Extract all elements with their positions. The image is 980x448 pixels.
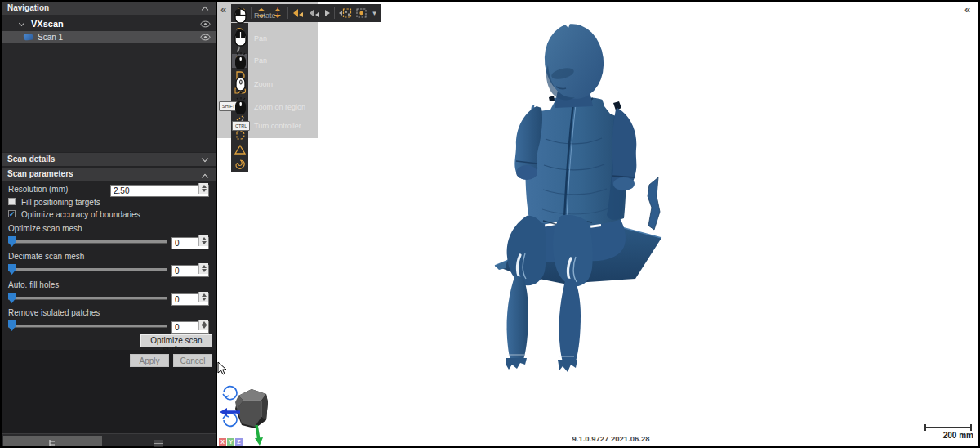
slider-track xyxy=(8,297,167,300)
resolution-label: Resolution (mm) xyxy=(8,185,68,194)
list-view-icon xyxy=(154,440,163,447)
spinner-arrows-icon[interactable] xyxy=(198,235,208,246)
remove-isolated-patches-slider[interactable] xyxy=(8,320,167,330)
axis-z-badge: Z xyxy=(235,438,243,446)
mouse-middle-drag-icon xyxy=(234,52,248,71)
scan-fragment xyxy=(648,177,660,230)
navigation-title: Navigation xyxy=(7,3,49,12)
spinner-arrows-icon[interactable] xyxy=(198,183,208,194)
spinner-arrows-icon[interactable] xyxy=(198,263,208,274)
scan-mesh-icon xyxy=(24,33,34,40)
hint-label: Rotate xyxy=(254,11,276,20)
fill-targets-checkbox[interactable] xyxy=(8,198,16,205)
left-sidebar: Navigation VXscan Scan 1 xyxy=(2,2,216,446)
triangle-select-icon[interactable] xyxy=(232,142,247,156)
hint-label: Zoom xyxy=(254,80,273,88)
optimize-boundaries-label: Optimize accuracy of boundaries xyxy=(21,210,140,219)
scan-parameters-title: Scan parameters xyxy=(7,169,74,178)
remove-isolated-patches-label: Remove isolated patches xyxy=(8,308,100,317)
scan-details-title: Scan details xyxy=(7,155,55,164)
hint-label: Zoom on region xyxy=(254,103,305,111)
optimize-scan-mesh-label: Optimize scan mesh xyxy=(8,224,82,233)
spinner-arrows-icon[interactable] xyxy=(198,320,208,330)
mouse-left-drag-icon xyxy=(234,7,248,25)
ctrl-key-icon: CTRL xyxy=(232,121,250,131)
axis-x-badge: X xyxy=(219,438,226,446)
tree-item-scan1[interactable]: Scan 1 xyxy=(2,31,216,43)
fill-targets-label: Fill positioning targets xyxy=(21,198,100,207)
decimate-scan-mesh-slider[interactable] xyxy=(8,264,167,274)
slider-track xyxy=(8,268,167,271)
mouse-wheel-icon xyxy=(234,74,248,95)
visibility-eye-icon[interactable] xyxy=(200,34,211,41)
collapse-chevron-icon[interactable] xyxy=(203,6,207,11)
sidebar-footer xyxy=(2,433,216,446)
optimize-scan-surface-button[interactable]: Optimize scan surface xyxy=(140,334,212,347)
slider-handle[interactable] xyxy=(8,264,16,275)
navigation-tree: VXscan Scan 1 xyxy=(2,15,216,152)
mouse-both-drag-icon xyxy=(234,29,248,47)
vxelements-window: Navigation VXscan Scan 1 xyxy=(0,0,980,448)
tree-item-label: VXscan xyxy=(31,19,64,29)
step-next-icon[interactable] xyxy=(323,6,332,20)
more-options-caret[interactable]: ▾ xyxy=(370,6,379,20)
hint-label: Pan xyxy=(254,34,267,43)
scan-details-header[interactable]: Scan details xyxy=(2,153,216,166)
lasso-select-icon[interactable] xyxy=(232,157,247,171)
auto-fill-holes-slider[interactable] xyxy=(8,293,167,302)
tree-item-label: Scan 1 xyxy=(38,33,63,42)
scale-bar: 200 mm xyxy=(921,420,975,441)
slider-track xyxy=(8,325,167,328)
spinner-arrows-icon[interactable] xyxy=(198,292,208,302)
visibility-eye-icon[interactable] xyxy=(200,20,211,28)
navigation-cube[interactable] xyxy=(219,378,278,446)
hint-label: Turn controller xyxy=(254,122,301,130)
slider-handle[interactable] xyxy=(8,236,16,247)
mouse-cursor xyxy=(217,361,229,376)
chevron-down-icon[interactable] xyxy=(203,157,207,162)
3d-viewport[interactable]: « « xyxy=(217,2,978,446)
hint-label: Pan xyxy=(254,56,267,65)
scale-bar-line xyxy=(924,427,972,428)
axis-y-badge: Y xyxy=(227,438,234,446)
navigation-header[interactable]: Navigation xyxy=(2,2,216,15)
toolbar-separator xyxy=(334,7,335,19)
scan-parameters-header[interactable]: Scan parameters xyxy=(2,168,216,181)
resolution-input[interactable] xyxy=(110,185,209,197)
tree-view-toggle[interactable] xyxy=(3,436,102,446)
slider-handle[interactable] xyxy=(8,320,16,331)
optimize-boundaries-checkbox[interactable]: ✓ xyxy=(8,210,16,217)
auto-fill-holes-label: Auto. fill holes xyxy=(8,280,59,289)
tree-item-vxscan[interactable]: VXscan xyxy=(2,18,216,30)
collapse-right-panel-icon[interactable]: « xyxy=(964,3,970,16)
version-text: 9.1.0.9727 2021.06.28 xyxy=(558,434,664,443)
shift-mouse-icon xyxy=(234,96,248,116)
scale-label: 200 mm xyxy=(943,431,973,440)
slider-handle[interactable] xyxy=(8,293,16,303)
cancel-button[interactable]: Cancel xyxy=(173,354,212,367)
slider-track xyxy=(8,240,167,244)
apply-button[interactable]: Apply xyxy=(130,354,169,367)
decimate-scan-mesh-label: Decimate scan mesh xyxy=(8,252,84,261)
list-view-toggle[interactable] xyxy=(105,436,214,446)
chevron-up-icon[interactable] xyxy=(203,173,207,178)
chevron-down-icon[interactable] xyxy=(20,21,24,26)
tree-view-icon xyxy=(48,439,57,447)
apply-strip: Apply Cancel xyxy=(2,350,216,433)
center-region-icon[interactable] xyxy=(354,6,368,20)
scan-model-mannequin xyxy=(470,15,690,379)
axis-legend: X Y Z xyxy=(219,438,243,446)
optimize-scan-mesh-slider[interactable] xyxy=(8,236,167,246)
select-region-icon[interactable] xyxy=(337,6,352,20)
